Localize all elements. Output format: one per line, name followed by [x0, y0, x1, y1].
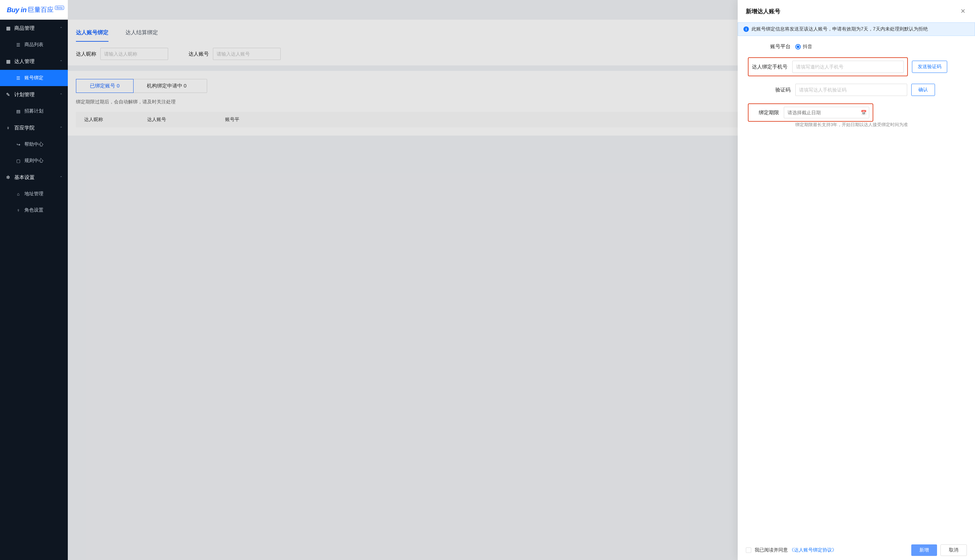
home-icon: ⌂ — [16, 192, 21, 197]
chevron-up-icon: ⌃ — [60, 176, 62, 179]
sidebar-group-products[interactable]: ▦ 商品管理 ⌃ — [0, 20, 68, 37]
sidebar-group-plan[interactable]: ✎ 计划管理 ⌃ — [0, 86, 68, 103]
sidebar-item-role[interactable]: ♀ 角色设置 — [0, 202, 68, 218]
list-icon: ☰ — [16, 76, 21, 81]
sidebar-item-product-list[interactable]: ☰ 商品列表 — [0, 37, 68, 53]
user-icon: ♀ — [16, 208, 21, 213]
list-icon: ☰ — [16, 42, 21, 47]
radio-icon — [795, 44, 801, 50]
platform-label: 账号平台 — [751, 43, 795, 50]
platform-radio-douyin[interactable]: 抖音 — [795, 44, 812, 50]
code-label: 验证码 — [751, 87, 795, 93]
users-icon: ▦ — [5, 58, 11, 64]
sidebar-group-settings[interactable]: ✲ 基本设置 ⌃ — [0, 169, 68, 186]
info-alert: i 此账号绑定信息将发送至该达人账号，申请有效期为7天，7天内未处理则默认为拒绝 — [738, 22, 975, 36]
sidebar-item-account-bind[interactable]: ☰ 账号绑定 — [0, 70, 68, 86]
bulb-icon: ♀ — [5, 125, 11, 130]
chevron-up-icon: ⌃ — [60, 126, 62, 130]
grid-icon: ▦ — [5, 25, 11, 31]
sidebar-group-daren[interactable]: ▦ 达人管理 ⌃ — [0, 53, 68, 70]
sidebar-item-address[interactable]: ⌂ 地址管理 — [0, 186, 68, 202]
sidebar-item-help-center[interactable]: ↪ 帮助中心 — [0, 136, 68, 153]
agree-checkbox[interactable] — [746, 547, 751, 553]
agree-text: 我已阅读并同意 《达人账号绑定协议》 — [755, 547, 837, 553]
help-icon: ↪ — [16, 142, 21, 147]
gear-icon: ✲ — [5, 175, 11, 180]
send-code-button[interactable]: 发送验证码 — [912, 61, 947, 73]
plan-icon: ✎ — [5, 92, 11, 97]
rule-icon: ▢ — [16, 158, 21, 163]
doc-icon: ▤ — [16, 109, 21, 114]
period-date-input[interactable] — [784, 107, 869, 118]
period-label: 绑定期限 — [752, 110, 784, 116]
phone-label: 达人绑定手机号 — [752, 64, 792, 70]
sidebar-item-recruit-plan[interactable]: ▤ 招募计划 — [0, 103, 68, 119]
confirm-code-button[interactable]: 确认 — [911, 84, 935, 96]
chevron-up-icon: ⌃ — [60, 93, 62, 97]
period-help-text: 绑定期限最长支持3年，开始日期以达人接受绑定时间为准 — [795, 122, 962, 128]
main-content: 达人账号绑定 达人结算绑定 达人昵称 达人账号 已绑定账号 0 机构绑定申请中 … — [68, 0, 975, 560]
cancel-button[interactable]: 取消 — [940, 544, 967, 556]
add-daren-drawer: 新增达人账号 ✕ i 此账号绑定信息将发送至该达人账号，申请有效期为7天，7天内… — [738, 0, 975, 560]
drawer-title: 新增达人账号 — [746, 7, 959, 15]
chevron-up-icon: ⌃ — [60, 27, 62, 30]
sidebar: ▦ 商品管理 ⌃ ☰ 商品列表 ▦ 达人管理 ⌃ ☰ 账号绑定 ✎ 计划管理 ⌃… — [0, 0, 68, 560]
phone-input[interactable] — [792, 61, 904, 73]
add-button[interactable]: 新增 — [911, 544, 937, 556]
info-icon: i — [743, 27, 749, 32]
agreement-link[interactable]: 《达人账号绑定协议》 — [789, 547, 837, 553]
brand-logo: Buy in 巨量百应 Beta — [0, 0, 68, 20]
close-icon[interactable]: ✕ — [959, 6, 967, 16]
calendar-icon: 📅 — [861, 110, 867, 115]
code-input[interactable] — [795, 84, 907, 96]
sidebar-item-rule-center[interactable]: ▢ 规则中心 — [0, 153, 68, 169]
chevron-up-icon: ⌃ — [60, 60, 62, 63]
sidebar-group-academy[interactable]: ♀ 百应学院 ⌃ — [0, 119, 68, 136]
